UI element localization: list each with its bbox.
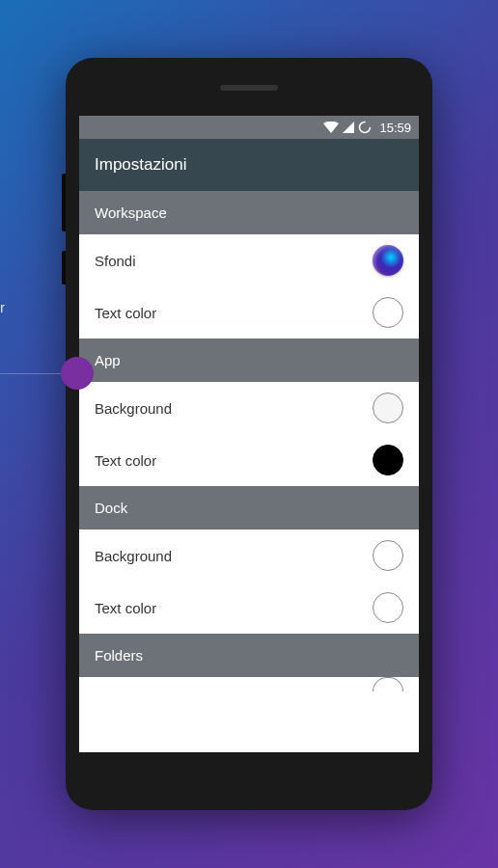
svg-point-0 — [360, 122, 371, 133]
color-swatch-white[interactable] — [373, 592, 403, 623]
page-title: Impostazioni — [79, 139, 419, 191]
phone-screen: 15:59 Impostazioni Workspace Sfondi Text… — [79, 116, 419, 752]
setting-label: Sfondi — [95, 253, 136, 269]
loading-icon — [358, 121, 372, 134]
color-swatch-white[interactable] — [373, 297, 403, 328]
floating-purple-dot — [61, 357, 94, 390]
color-swatch-white[interactable] — [373, 540, 403, 571]
setting-row-sfondi[interactable]: Sfondi — [79, 234, 419, 286]
setting-row-dock-background[interactable]: Background — [79, 529, 419, 582]
section-header-dock: Dock — [79, 486, 419, 529]
color-swatch-light[interactable] — [373, 393, 403, 423]
section-header-workspace: Workspace — [79, 191, 419, 234]
setting-row-dock-textcolor[interactable]: Text color — [79, 582, 419, 634]
color-swatch-black[interactable] — [373, 445, 403, 475]
setting-row-partial[interactable] — [79, 677, 419, 696]
setting-label: Text color — [95, 452, 156, 469]
phone-frame: 15:59 Impostazioni Workspace Sfondi Text… — [66, 58, 432, 810]
wifi-icon — [323, 122, 339, 133]
color-swatch-partial[interactable] — [373, 677, 403, 692]
setting-label: Text color — [95, 600, 156, 616]
setting-label: Background — [95, 400, 172, 417]
background-text-fragment: r — [0, 299, 5, 315]
status-bar: 15:59 — [79, 116, 419, 139]
cell-signal-icon — [343, 122, 354, 133]
settings-content[interactable]: Impostazioni Workspace Sfondi Text color… — [79, 139, 419, 752]
setting-label: Background — [95, 548, 172, 564]
phone-speaker — [220, 85, 278, 91]
setting-label: Text color — [95, 305, 156, 321]
setting-row-app-textcolor[interactable]: Text color — [79, 434, 419, 486]
phone-power-button — [62, 251, 66, 285]
color-swatch-gradient[interactable] — [373, 245, 403, 276]
phone-volume-button — [62, 174, 66, 231]
setting-row-app-background[interactable]: Background — [79, 382, 419, 434]
setting-row-workspace-textcolor[interactable]: Text color — [79, 286, 419, 339]
status-time: 15:59 — [379, 121, 411, 135]
section-header-folders: Folders — [79, 634, 419, 677]
section-header-app: App — [79, 339, 419, 382]
